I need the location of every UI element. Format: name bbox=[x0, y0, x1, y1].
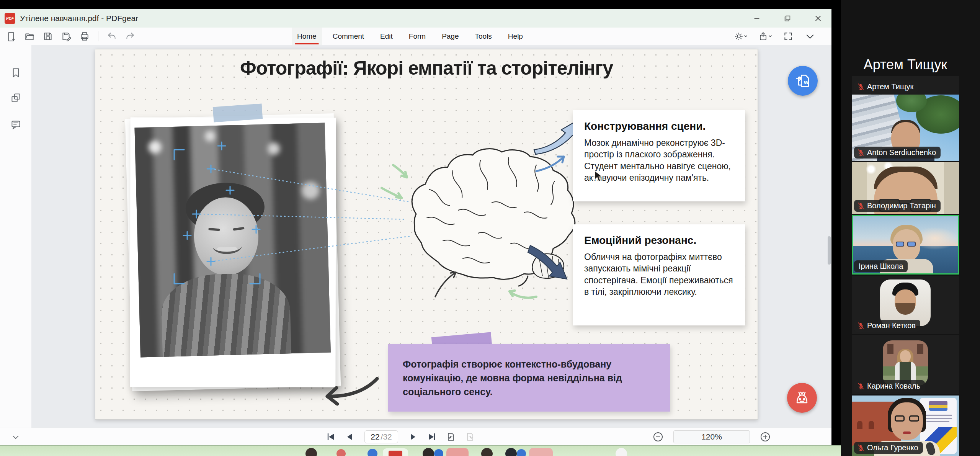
participant-name: Anton Serdiuchenko bbox=[867, 148, 936, 157]
close-button[interactable] bbox=[814, 14, 822, 23]
tab-home[interactable]: Home bbox=[292, 28, 322, 45]
tab-help[interactable]: Help bbox=[503, 28, 528, 45]
participant-label: Ірина Школа bbox=[854, 260, 908, 272]
collapse-toolbar-icon[interactable] bbox=[805, 31, 815, 42]
taskbar-pink-button[interactable] bbox=[446, 448, 469, 456]
open-file-icon[interactable] bbox=[24, 31, 34, 41]
arrow-blue-small bbox=[536, 157, 564, 171]
participant-tile-volodymyr[interactable]: Володимир Татарін bbox=[852, 162, 959, 214]
tab-comment[interactable]: Comment bbox=[327, 28, 369, 45]
taskbar-avatar-icon[interactable] bbox=[505, 448, 517, 456]
photo-person-shirt bbox=[161, 272, 292, 357]
participant-tile-artem[interactable]: Артем Тищук bbox=[852, 76, 959, 95]
card-body: Мозок динамічно реконструює 3D-простір і… bbox=[584, 137, 733, 183]
avatar-background bbox=[917, 344, 923, 354]
glasses bbox=[909, 415, 919, 422]
brain-illustration bbox=[412, 149, 575, 286]
taskbar-blue-icon[interactable] bbox=[517, 449, 526, 456]
pdfgear-window: PDF Утілене навчання.pdf - PDFgear bbox=[0, 9, 831, 445]
active-speaker-name: Артем Тищук bbox=[852, 57, 959, 73]
participant-label: Артем Тищук bbox=[854, 81, 918, 93]
meeting-panel: Артем Тищук Артем Тищук Anton Serdiuchen… bbox=[841, 0, 980, 456]
logo-text-line bbox=[924, 418, 952, 419]
tab-tools[interactable]: Tools bbox=[470, 28, 497, 45]
participant-name: Артем Тищук bbox=[867, 82, 913, 91]
participant-tile-karyna[interactable]: Карина Коваль bbox=[852, 335, 959, 394]
participant-tile-anton[interactable]: Anton Serdiuchenko bbox=[852, 95, 959, 161]
previous-view-button[interactable] bbox=[446, 432, 456, 441]
redo-icon[interactable] bbox=[125, 31, 135, 41]
save-icon[interactable] bbox=[43, 31, 53, 41]
undo-icon[interactable] bbox=[107, 31, 117, 41]
first-page-button[interactable] bbox=[326, 432, 335, 441]
participant-lips bbox=[903, 431, 911, 434]
muted-mic-icon bbox=[857, 322, 864, 329]
page-number-input[interactable]: 22 /32 bbox=[364, 430, 398, 443]
participant-tile-roman[interactable]: Роман Кетков bbox=[852, 276, 959, 334]
bookmarks-icon[interactable] bbox=[11, 67, 21, 79]
zoom-level-display[interactable]: 120% bbox=[673, 430, 750, 443]
arrow-blue-large bbox=[534, 120, 578, 154]
taskbar-avatar-icon[interactable] bbox=[305, 448, 317, 456]
tab-edit[interactable]: Edit bbox=[375, 28, 398, 45]
participant-name: Роман Кетков bbox=[867, 321, 916, 330]
last-page-button[interactable] bbox=[427, 432, 436, 441]
panel-collapse-icon[interactable] bbox=[11, 432, 21, 443]
participant-tile-olha[interactable]: Ольга Гуренко bbox=[852, 396, 959, 456]
total-pages: /32 bbox=[381, 432, 392, 441]
restore-button[interactable] bbox=[783, 14, 792, 23]
fullscreen-icon[interactable] bbox=[783, 31, 793, 41]
taskbar-light-icon[interactable] bbox=[616, 448, 627, 456]
zoom-in-button[interactable] bbox=[760, 431, 771, 442]
muted-mic-icon bbox=[857, 83, 864, 90]
comments-icon[interactable] bbox=[11, 119, 21, 131]
view-actions bbox=[734, 28, 815, 45]
avatar-beard bbox=[895, 303, 915, 315]
next-view-button[interactable] bbox=[466, 432, 475, 441]
zoom-controls: 120% bbox=[653, 428, 771, 446]
status-bar: 22 /32 120% bbox=[0, 428, 831, 445]
glasses bbox=[895, 415, 905, 422]
convert-to-word-button[interactable]: W bbox=[788, 66, 818, 96]
titlebar: PDF Утілене навчання.pdf - PDFgear bbox=[0, 9, 831, 28]
taskbar-pink-button[interactable] bbox=[529, 448, 553, 456]
previous-page-button[interactable] bbox=[345, 432, 354, 441]
page-thumbnails-icon[interactable] bbox=[11, 93, 21, 105]
taskbar-blue-icon[interactable] bbox=[434, 449, 443, 456]
logo-text-line bbox=[924, 415, 952, 416]
glasses bbox=[896, 242, 904, 247]
glasses bbox=[907, 242, 916, 247]
print-icon[interactable] bbox=[80, 31, 90, 41]
toolbar: Home Comment Edit Form Page Tools Help bbox=[0, 28, 831, 45]
window-controls bbox=[753, 9, 822, 28]
zoom-out-button[interactable] bbox=[653, 431, 663, 442]
purple-note-text: Фотографія створює контекстно-вбудовану … bbox=[403, 357, 655, 399]
new-file-icon[interactable] bbox=[6, 31, 16, 41]
participant-label: Карина Коваль bbox=[854, 380, 925, 392]
next-page-button[interactable] bbox=[408, 432, 417, 441]
taskbar-red-icon[interactable] bbox=[336, 449, 346, 456]
window-title: Утілене навчання.pdf - PDFgear bbox=[20, 14, 138, 23]
minimize-button[interactable] bbox=[753, 14, 761, 23]
tab-page[interactable]: Page bbox=[436, 28, 464, 45]
taskbar-avatar-icon[interactable] bbox=[423, 448, 434, 456]
card-emotional-resonance: Емоційний резонанс. Обличчя на фотографі… bbox=[573, 224, 745, 325]
save-as-icon[interactable] bbox=[61, 31, 71, 41]
taskbar-avatar-icon[interactable] bbox=[481, 448, 493, 456]
left-rail bbox=[0, 45, 31, 428]
taskbar-blue-icon[interactable] bbox=[368, 449, 377, 456]
participant-tile-iryna[interactable]: Ірина Школа bbox=[852, 215, 959, 275]
avatar-background bbox=[887, 344, 893, 354]
participant-avatar bbox=[883, 340, 928, 386]
castle-window bbox=[857, 421, 862, 429]
share-export-icon[interactable] bbox=[759, 31, 772, 41]
card-body: Обличчя на фотографіях миттєво запускают… bbox=[584, 251, 733, 297]
taskbar-record-icon bbox=[389, 451, 402, 456]
vertical-scrollbar[interactable] bbox=[828, 236, 831, 265]
ai-assistant-button[interactable] bbox=[787, 383, 817, 413]
tab-form[interactable]: Form bbox=[403, 28, 431, 45]
brightness-icon[interactable] bbox=[734, 31, 747, 41]
participant-name: Ольга Гуренко bbox=[867, 443, 918, 452]
participant-name: Ірина Школа bbox=[859, 262, 903, 271]
pdfgear-logo-icon: PDF bbox=[5, 13, 15, 24]
